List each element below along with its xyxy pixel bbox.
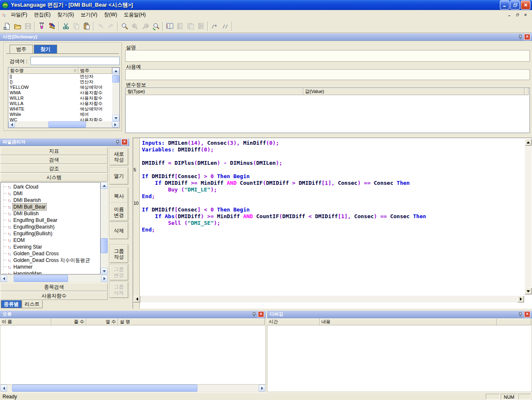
action-delete-button[interactable]: 삭제 — [110, 222, 128, 239]
menu-item-search[interactable]: 찾기(S) — [54, 10, 77, 19]
minimize-button[interactable] — [500, 0, 509, 10]
close-button[interactable] — [521, 0, 530, 10]
function-row[interactable]: WILLA사용자함수 — [8, 101, 112, 106]
scrollbar-left-button[interactable] — [0, 275, 7, 282]
new-file-button[interactable] — [2, 21, 12, 31]
scrollbar-right-button[interactable] — [101, 275, 108, 282]
close-icon[interactable]: × — [121, 139, 128, 145]
cut-button[interactable] — [61, 21, 71, 31]
verify-script-button[interactable] — [36, 21, 47, 31]
scrollbar-right-button[interactable] — [517, 296, 524, 302]
button-user-function[interactable]: 사용자함수 — [0, 292, 108, 300]
column-header-category[interactable]: 범주 — [78, 68, 112, 74]
column-header-function-name[interactable]: 함수명▽ — [8, 68, 78, 74]
scrollbar-track[interactable] — [140, 296, 517, 302]
function-row[interactable]: While제어 — [8, 112, 112, 117]
action-create-new-button[interactable]: 새로 작성 — [110, 148, 128, 165]
code-editor[interactable]: 510 Inputs: DMILen(14), Consec(3), MinDi… — [133, 138, 532, 309]
function-list-vscrollbar[interactable] — [112, 68, 119, 121]
scrollbar-thumb[interactable] — [101, 238, 108, 253]
error-list-hscrollbar[interactable] — [0, 385, 265, 392]
open-file-button[interactable] — [12, 21, 23, 31]
child-restore-button[interactable] — [514, 12, 521, 18]
error-column-header[interactable]: 줄 수 — [51, 319, 86, 325]
paste-button[interactable] — [81, 21, 92, 31]
category-button-indicator[interactable]: 지표 — [0, 147, 108, 155]
error-column-header[interactable]: 열 수 — [86, 319, 118, 325]
scrollbar-thumb[interactable] — [12, 385, 197, 392]
debug-column-header[interactable]: 시간 — [267, 319, 320, 325]
scrollbar-track[interactable] — [7, 275, 101, 282]
varinfo-column-header[interactable]: 형(Type) — [126, 88, 303, 95]
menu-item-view[interactable]: 보기(V) — [77, 10, 101, 19]
title-bar[interactable]: YesLanguage 편집기 - [DMI Bull_Bear <시스템>] — [0, 0, 532, 10]
action-open-button[interactable]: 열기 — [110, 168, 128, 184]
file-item[interactable]: ↑↓DMI Bull_Bear — [1, 204, 100, 210]
scrollbar-right-button[interactable] — [112, 121, 119, 128]
pin-icon[interactable] — [115, 140, 120, 145]
file-item[interactable]: ↑↓Engulfing(Bullish) — [1, 230, 100, 237]
scrollbar-thumb[interactable] — [112, 75, 119, 83]
action-group-create-button[interactable]: 그룹 작성 — [110, 245, 128, 263]
replace-button[interactable] — [151, 21, 161, 31]
debug-column-header[interactable] — [497, 319, 531, 325]
scrollbar-left-button[interactable] — [8, 121, 15, 128]
action-rename-button[interactable]: 이름 변경 — [110, 203, 128, 221]
editor-hscrollbar[interactable] — [134, 296, 524, 302]
function-row[interactable]: WMA사용자함수 — [8, 90, 112, 96]
dictionary-panel-caption[interactable]: 사전(Dictionary) × — [0, 33, 532, 41]
build-tools-button[interactable] — [47, 21, 57, 31]
function-list-hscrollbar[interactable] — [8, 121, 119, 128]
file-item[interactable]: ↑↓DMI — [1, 190, 100, 197]
file-item[interactable]: ↑↓EOM — [1, 237, 100, 244]
scrollbar-left-button[interactable] — [134, 296, 140, 302]
function-row[interactable]: ||연산자 — [8, 74, 112, 79]
scrollbar-left-button[interactable] — [0, 385, 7, 392]
child-minimize-button[interactable] — [506, 12, 513, 18]
scrollbar-down-button[interactable] — [525, 288, 532, 294]
view-tab-by-type[interactable]: 종류별 — [1, 300, 22, 308]
file-item[interactable]: ↑↓HangingMan — [1, 270, 100, 274]
dictionary-book-button[interactable] — [164, 21, 175, 31]
varinfo-column-header[interactable]: 값(Value) — [303, 88, 524, 95]
menu-item-edit[interactable]: 편집(E) — [30, 10, 54, 19]
scrollbar-track[interactable] — [112, 74, 119, 115]
tab-category[interactable]: 범주 — [10, 45, 33, 54]
file-item[interactable]: ↑↓DMI Bearish — [1, 197, 100, 204]
scrollbar-track[interactable] — [525, 146, 532, 288]
function-row[interactable]: YELLOW색상예약어 — [8, 85, 112, 90]
category-button-highlight[interactable]: 강조 — [0, 164, 108, 173]
close-icon[interactable]: × — [524, 311, 530, 317]
scrollbar-track[interactable] — [15, 121, 112, 128]
error-column-header[interactable]: 설 명 — [118, 319, 265, 325]
scrollbar-up-button[interactable] — [101, 182, 108, 189]
find-button[interactable] — [119, 21, 130, 31]
file-item[interactable]: ↑↓Golden_Dead Cross 지수이동평균 — [1, 257, 100, 264]
file-tree-vscrollbar[interactable] — [101, 182, 108, 274]
search-input[interactable] — [30, 57, 120, 65]
button-stock-search[interactable]: 종목검색 — [0, 283, 108, 291]
scrollbar-track[interactable] — [7, 385, 259, 392]
function-row[interactable]: {}연산자 — [8, 79, 112, 85]
file-item[interactable]: ↑↓Engulfing(Bearish) — [1, 224, 100, 230]
editor-vscrollbar[interactable] — [525, 139, 532, 294]
child-close-button[interactable] — [522, 12, 529, 18]
restore-button[interactable] — [510, 0, 520, 10]
scrollbar-thumb[interactable] — [14, 275, 68, 282]
scrollbar-up-button[interactable] — [525, 139, 532, 146]
pin-icon[interactable] — [518, 35, 523, 40]
close-icon[interactable]: × — [258, 311, 264, 317]
file-manager-caption[interactable]: 파일관리자 × — [0, 138, 129, 146]
function-row[interactable]: WC사용자함수 — [8, 117, 112, 121]
debug-column-header[interactable]: 내용 — [320, 319, 497, 325]
file-item[interactable]: ↑↓Hammer — [1, 264, 100, 270]
pin-icon[interactable] — [518, 312, 523, 317]
line-comment-button[interactable]: // — [220, 21, 230, 31]
error-panel-caption[interactable]: 오류 × — [0, 311, 266, 318]
file-item[interactable]: ↑↓Golden_Dead Cross — [1, 250, 100, 257]
debug-panel-caption[interactable]: 디버깅 × — [267, 311, 532, 318]
function-row[interactable]: WHITE색상예약어 — [8, 106, 112, 112]
file-tree-hscrollbar[interactable] — [0, 275, 108, 282]
tab-find[interactable]: 찾기 — [34, 45, 57, 54]
file-item[interactable]: ↑↓DMI Bullish — [1, 210, 100, 217]
